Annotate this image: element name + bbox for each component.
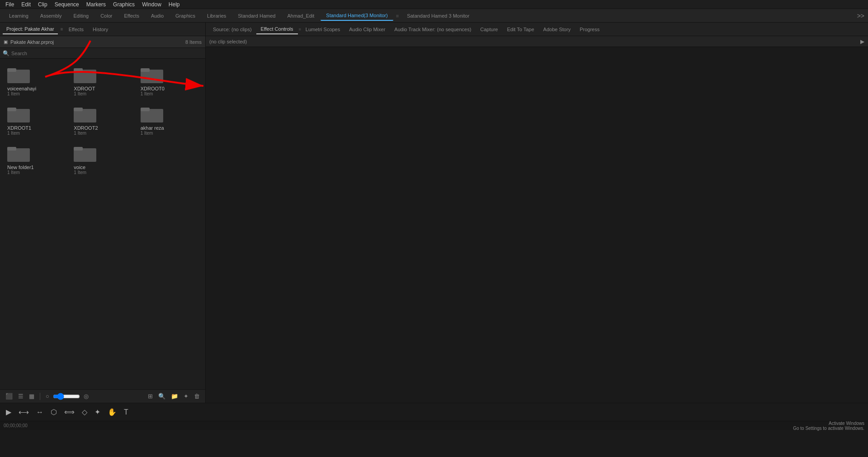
ws-tab-separator: ≡	[394, 13, 401, 19]
menu-bar: File Edit Clip Sequence Markers Graphics…	[0, 0, 868, 9]
menu-graphics[interactable]: Graphics	[109, 0, 138, 9]
tab-history[interactable]: History	[89, 25, 112, 34]
find-btn[interactable]: 🔍	[156, 392, 167, 400]
folder-count: 1 Item	[141, 131, 153, 136]
ws-tab-libraries[interactable]: Libraries	[202, 11, 231, 20]
tab-lumetri[interactable]: Lumetri Scopes	[301, 25, 344, 34]
tab-progress[interactable]: Progress	[575, 25, 604, 34]
new-bin-btn[interactable]: ⊞	[146, 392, 155, 400]
menu-window[interactable]: Window	[138, 0, 165, 9]
list-item[interactable]: XDROOT1 1 Item	[5, 103, 67, 138]
ws-tab-satandard-hamed-3[interactable]: Satandard Hamed 3 Monitor	[401, 11, 475, 20]
menu-markers[interactable]: Markers	[83, 0, 109, 9]
folder-name: voiceenahayi	[7, 86, 36, 91]
search-bar: 🔍	[0, 48, 205, 59]
zoom-icon: ◎	[82, 392, 90, 400]
search-input[interactable]	[11, 51, 203, 56]
new-item-btn[interactable]: ✦	[182, 392, 190, 400]
effect-content-area	[206, 47, 868, 403]
rolling-edit-tool[interactable]: ⬡	[48, 407, 59, 417]
menu-clip[interactable]: Clip	[34, 0, 51, 9]
project-panel-tabbar: Project: Pakate Akhar ≡ Effects History	[0, 23, 205, 36]
tab-project[interactable]: Project: Pakate Akhar	[3, 24, 58, 34]
list-item[interactable]: XDROOT0 1 Item	[138, 63, 201, 99]
app-toolbar: ▶ ⟷ ↔ ⬡ ⟺ ◇ ✦ ✋ T	[0, 403, 868, 421]
folder-count: 1 Item	[7, 91, 20, 96]
ws-tab-color[interactable]: Color	[95, 11, 118, 20]
timecode: 00;00;00;00	[4, 423, 28, 428]
content-grid: voiceenahayi 1 Item XDROOT 1 Item	[0, 59, 205, 389]
no-clip-text: (no clip selected)	[209, 39, 247, 44]
menu-sequence[interactable]: Sequence	[51, 0, 83, 9]
ws-tab-effects[interactable]: Effects	[118, 11, 144, 20]
tab-effects[interactable]: Effects	[65, 25, 87, 34]
folder-count: 1 Item	[7, 131, 20, 136]
list-item[interactable]: voice 1 Item	[71, 142, 134, 178]
expand-arrow[interactable]: ▶	[860, 38, 864, 45]
tab-adobe-story[interactable]: Adobe Story	[539, 25, 576, 34]
list-view-btn[interactable]: ☰	[16, 392, 25, 400]
folder-icon	[7, 105, 30, 123]
tab-source[interactable]: Source: (no clips)	[208, 25, 256, 34]
folder-name: XDROOT2	[74, 125, 98, 131]
search-icon: 🔍	[3, 50, 9, 57]
project-toolbar: ⬛ ☰ ▦ ○ ◎ ⊞ 🔍 📁 ✦ 🗑	[0, 389, 205, 403]
project-header: ▣ Pakate Akhar.prproj 8 Items	[0, 36, 205, 48]
project-tab-menu[interactable]: ≡	[61, 27, 63, 32]
folder-count: 1 Item	[74, 91, 86, 96]
ws-tab-learning[interactable]: Learning	[4, 11, 34, 20]
ws-tab-editing[interactable]: Editing	[68, 11, 94, 20]
ws-more-button[interactable]: >>	[857, 12, 864, 19]
activate-windows-notice: Activate Windows Go to Settings to activ…	[793, 421, 864, 431]
list-item[interactable]: voiceenahayi 1 Item	[5, 63, 67, 99]
hand-tool[interactable]: ✋	[105, 407, 119, 417]
ws-tab-standard-hamed-3[interactable]: Standard Hamed(3 Monitor)	[321, 11, 393, 21]
no-clip-bar: (no clip selected) ▶	[206, 36, 868, 47]
folder-count: 1 Item	[7, 170, 20, 175]
menu-edit[interactable]: Edit	[18, 0, 34, 9]
activate-title: Activate Windows	[793, 421, 864, 426]
selection-tool[interactable]: ▶	[4, 407, 14, 417]
project-filename: Pakate Akhar.prproj	[10, 39, 54, 45]
ws-tab-ahmad-edit[interactable]: Ahmad_Edit	[282, 11, 320, 20]
zoom-slider[interactable]	[53, 393, 80, 400]
activate-subtitle: Go to Settings to activate Windows.	[793, 426, 864, 431]
list-item[interactable]: akhar reza 1 Item	[138, 103, 201, 138]
delete-btn[interactable]: 🗑	[192, 392, 202, 400]
menu-file[interactable]: File	[2, 0, 18, 9]
tab-capture[interactable]: Capture	[476, 25, 502, 34]
slider-icon: ○	[44, 392, 51, 400]
ripple-edit-tool[interactable]: ↔	[34, 407, 46, 417]
folder-btn[interactable]: 📁	[169, 392, 180, 400]
type-tool[interactable]: T	[122, 407, 131, 417]
menu-help[interactable]: Help	[165, 0, 184, 9]
ws-tab-assembly[interactable]: Assembly	[35, 11, 67, 20]
tab-audio-clip-mixer[interactable]: Audio Clip Mixer	[344, 25, 390, 34]
project-icon: ▣	[4, 39, 8, 44]
view-icon-btn[interactable]: ⬛	[4, 392, 14, 400]
list-item[interactable]: New folder1 1 Item	[5, 142, 67, 178]
folder-icon	[141, 105, 163, 123]
rate-stretch-tool[interactable]: ⟺	[62, 407, 77, 417]
list-item[interactable]: XDROOT 1 Item	[71, 63, 134, 99]
svg-rect-9	[74, 108, 83, 111]
slip-tool[interactable]: ✦	[92, 407, 103, 417]
list-item[interactable]: XDROOT2 1 Item	[71, 103, 134, 138]
folder-name: New folder1	[7, 165, 34, 170]
ws-tab-graphics[interactable]: Graphics	[170, 11, 201, 20]
razor-tool[interactable]: ◇	[80, 407, 90, 417]
metadata-view-btn[interactable]: ▦	[27, 392, 36, 400]
tab-edit-to-tape[interactable]: Edit To Tape	[502, 25, 538, 34]
ws-tab-audio[interactable]: Audio	[146, 11, 169, 20]
effect-controls-tabbar: Source: (no clips) Effect Controls ≡ Lum…	[206, 23, 868, 36]
folder-icon	[7, 66, 30, 84]
folder-name: akhar reza	[141, 125, 164, 131]
svg-rect-15	[74, 147, 83, 151]
folder-icon	[141, 66, 163, 84]
tab-audio-track-mixer[interactable]: Audio Track Mixer: (no sequences)	[390, 25, 476, 34]
ws-tab-standard-hamed[interactable]: Standard Hamed	[232, 11, 281, 20]
items-count: 8 Items	[185, 39, 202, 45]
svg-rect-5	[141, 68, 150, 72]
track-select-tool[interactable]: ⟷	[16, 407, 31, 417]
tab-effect-controls[interactable]: Effect Controls	[256, 24, 298, 34]
